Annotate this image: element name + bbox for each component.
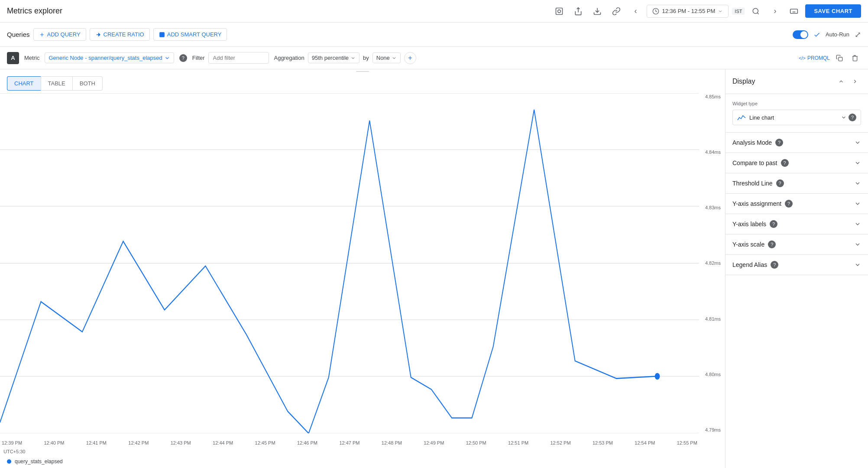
legend-dot <box>7 459 11 464</box>
legend-alias-title: Legend Alias <box>732 261 767 268</box>
delete-query-button[interactable] <box>849 52 861 64</box>
legend-alias-help[interactable]: ? <box>771 261 778 269</box>
search-icon <box>752 7 760 15</box>
copy-icon <box>836 55 843 62</box>
y-axis-scale-title: Y-axis scale <box>732 241 764 248</box>
drag-divider[interactable] <box>356 71 369 72</box>
y-label-2: 4.83ms <box>705 205 721 210</box>
by-value: None <box>376 55 390 61</box>
y-axis-scale-help[interactable]: ? <box>768 240 776 248</box>
display-panel: Display Widget type Line chart <box>725 69 868 468</box>
promql-label: PROMQL <box>807 55 830 61</box>
y-axis-labels-chevron <box>854 221 861 228</box>
y-axis-labels-section: Y-axis labels ? <box>725 214 868 234</box>
table-tab[interactable]: TABLE <box>41 76 73 91</box>
compare-to-past-header[interactable]: Compare to past ? <box>725 153 868 173</box>
legend-alias-header[interactable]: Legend Alias ? <box>725 255 868 275</box>
query-letter-badge: A <box>7 52 19 64</box>
aggregation-section: Aggregation 95th percentile by None + <box>274 52 416 64</box>
collapse-button[interactable]: ⤢ <box>855 30 861 39</box>
save-chart-button[interactable]: SAVE CHART <box>805 4 861 18</box>
filter-input[interactable] <box>208 52 269 64</box>
chart-line <box>0 110 657 433</box>
x-label-0: 12:39 PM <box>2 440 22 445</box>
keyboard-icon <box>790 7 798 16</box>
metric-help-icon[interactable]: ? <box>179 54 187 62</box>
y-axis-labels-help[interactable]: ? <box>770 220 777 228</box>
y-label-0: 4.85ms <box>705 94 721 99</box>
search-icon-btn[interactable] <box>748 3 764 19</box>
copy-query-button[interactable] <box>833 52 845 64</box>
y-axis-labels-header[interactable]: Y-axis labels ? <box>725 214 868 234</box>
plus-icon <box>39 32 45 38</box>
metric-label: Metric <box>24 55 39 61</box>
chevron-down-icon <box>718 9 723 14</box>
add-query-button[interactable]: ADD QUERY <box>33 28 86 41</box>
metric-selector[interactable]: Generic Node - spanner/query_stats_elaps… <box>45 52 174 63</box>
analysis-mode-chevron <box>854 139 861 146</box>
x-label-13: 12:52 PM <box>550 440 570 445</box>
y-label-4: 4.81ms <box>705 316 721 322</box>
promql-button[interactable]: </> PROMQL <box>799 55 830 61</box>
link-icon-btn[interactable] <box>609 3 624 19</box>
keyboard-icon-btn[interactable] <box>786 3 802 19</box>
chart-area: CHART TABLE BOTH 4.85ms 4.84ms 4.83ms 4.… <box>0 69 725 468</box>
y-axis-labels-title: Y-axis labels <box>732 221 766 228</box>
nav-forward-btn[interactable]: › <box>767 3 783 19</box>
analysis-mode-help[interactable]: ? <box>775 139 783 146</box>
compare-to-past-section: Compare to past ? <box>725 153 868 173</box>
header-actions: ‹ 12:36 PM - 12:55 PM IST › SAVE CHART <box>551 3 861 19</box>
queries-bar: Queries ADD QUERY CREATE RATIO ADD SMART… <box>0 23 868 47</box>
query-actions-right: </> PROMQL <box>799 52 861 64</box>
threshold-line-help[interactable]: ? <box>776 179 784 187</box>
panel-up-icon-btn[interactable] <box>835 75 847 88</box>
time-range-selector[interactable]: 12:36 PM - 12:55 PM <box>647 5 729 18</box>
svg-point-3 <box>753 8 758 13</box>
divider-area <box>0 69 725 74</box>
y-axis-scale-header[interactable]: Y-axis scale ? <box>725 234 868 254</box>
y-label-3: 4.82ms <box>705 260 721 266</box>
x-axis-labels: 12:39 PM 12:40 PM 12:41 PM 12:42 PM 12:4… <box>0 440 699 445</box>
header-left: Metrics explorer <box>7 6 62 16</box>
by-selector[interactable]: None <box>372 52 401 63</box>
aggregation-selector[interactable]: 95th percentile <box>308 52 360 63</box>
chart-tab[interactable]: CHART <box>7 76 41 91</box>
chart-wrapper: 4.85ms 4.84ms 4.83ms 4.82ms 4.81ms 4.80m… <box>0 93 725 455</box>
y-label-5: 4.80ms <box>705 372 721 377</box>
x-label-2: 12:41 PM <box>86 440 107 445</box>
both-tab[interactable]: BOTH <box>73 76 103 91</box>
create-ratio-button[interactable]: CREATE RATIO <box>90 28 150 41</box>
x-label-14: 12:53 PM <box>593 440 613 445</box>
panel-title: Display <box>732 78 755 85</box>
x-label-11: 12:50 PM <box>466 440 486 445</box>
auto-run-toggle[interactable] <box>793 30 808 39</box>
panel-collapse-btn[interactable] <box>849 75 861 88</box>
x-label-6: 12:45 PM <box>255 440 275 445</box>
x-label-10: 12:49 PM <box>424 440 444 445</box>
main-content: CHART TABLE BOTH 4.85ms 4.84ms 4.83ms 4.… <box>0 69 868 468</box>
add-aggregation-button[interactable]: + <box>404 52 416 64</box>
compare-to-past-chevron <box>854 159 861 166</box>
screenshot-icon-btn[interactable] <box>551 3 567 19</box>
analysis-mode-header[interactable]: Analysis Mode ? <box>725 133 868 153</box>
y-axis-assignment-help[interactable]: ? <box>785 200 793 208</box>
nav-back-btn[interactable]: ‹ <box>628 3 643 19</box>
download-icon-btn[interactable] <box>589 3 605 19</box>
y-axis-assignment-header[interactable]: Y-axis assignment ? <box>725 194 868 214</box>
threshold-line-header[interactable]: Threshold Line ? <box>725 173 868 193</box>
compare-to-past-help[interactable]: ? <box>781 159 789 167</box>
header: Metrics explorer ‹ <box>0 0 868 23</box>
panel-close-icon <box>852 78 858 84</box>
y-label-6: 4.79ms <box>705 427 721 432</box>
filter-label: Filter <box>192 55 205 61</box>
chart-legend-row: UTC+5:30 <box>0 448 29 455</box>
aggregation-value: 95th percentile <box>312 55 349 61</box>
widget-type-selector[interactable]: Line chart ? <box>732 110 861 125</box>
share-icon-btn[interactable] <box>570 3 586 19</box>
add-smart-query-button[interactable]: ADD SMART QUERY <box>153 28 227 41</box>
queries-right: Auto-Run ⤢ <box>793 30 861 39</box>
widget-help-icon[interactable]: ? <box>849 114 856 121</box>
timezone-label: UTC+5:30 <box>3 449 25 454</box>
analysis-mode-section: Analysis Mode ? <box>725 133 868 153</box>
by-dropdown-icon <box>392 55 397 61</box>
